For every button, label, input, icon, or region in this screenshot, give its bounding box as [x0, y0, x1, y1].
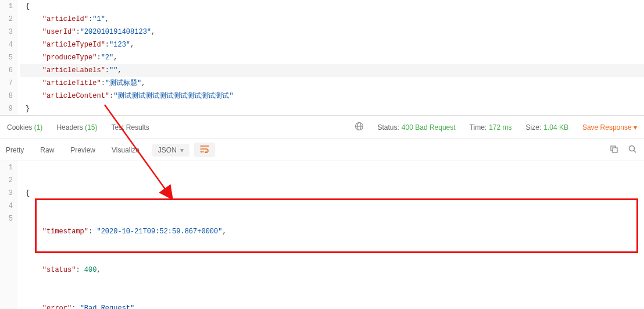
gutter-line: 2 — [0, 13, 13, 26]
code-line[interactable]: } — [20, 102, 644, 115]
tab-label: Cookies — [7, 123, 32, 132]
wrap-icon — [200, 145, 209, 153]
status-label: Status: — [378, 123, 399, 132]
status-value: 400 Bad Request — [402, 123, 456, 132]
view-visualize[interactable]: Visualize — [103, 143, 148, 158]
gutter-line: 5 — [0, 51, 13, 64]
request-code[interactable]: { "articleId":"1", "userId":"20201019140… — [17, 0, 644, 115]
tab-count: (15) — [85, 123, 97, 132]
globe-icon[interactable] — [355, 122, 364, 133]
tab-headers[interactable]: Headers (15) — [56, 123, 97, 132]
code-line[interactable]: "articleTitle":"测试标题", — [20, 77, 644, 90]
save-response-button[interactable]: Save Response ▾ — [582, 123, 637, 132]
gutter-line: 7 — [0, 77, 13, 90]
json-key: "error" — [42, 304, 71, 309]
gutter-line: 5 — [0, 212, 13, 225]
json-value: "Bad Request" — [80, 304, 135, 309]
request-body-editor[interactable]: 1 2 3 4 5 6 7 8 9 { "articleId":"1", "us… — [0, 0, 644, 116]
time-indicator: Time: 172 ms — [470, 123, 512, 132]
code-line[interactable]: "produceType":"2", — [20, 51, 644, 64]
save-response-label: Save Response — [582, 123, 632, 132]
size-indicator: Size: 1.04 KB — [526, 123, 568, 132]
json-brace: { — [26, 189, 30, 197]
code-line[interactable]: "articleContent":"测试测试测试测试测试测试测试测试" — [20, 90, 644, 102]
gutter-line: 2 — [0, 174, 13, 187]
response-body-viewer[interactable]: 1 2 3 4 5 { "timestamp": "2020-10-21T09:… — [0, 161, 644, 309]
gutter-line: 6 — [0, 64, 13, 77]
time-label: Time: — [470, 123, 487, 132]
gutter-line: 4 — [0, 38, 13, 51]
chevron-down-icon: ▾ — [634, 123, 637, 132]
chevron-down-icon: ▾ — [180, 146, 184, 154]
search-button[interactable] — [623, 142, 642, 158]
gutter-line: 4 — [0, 200, 13, 212]
svg-line-6 — [634, 151, 636, 153]
tab-count: (1) — [34, 123, 43, 132]
json-key: "status" — [42, 266, 76, 274]
status-indicator: Status: 400 Bad Request — [378, 123, 456, 132]
gutter-line: 3 — [0, 187, 13, 200]
gutter-line: 3 — [0, 26, 13, 38]
response-code[interactable]: { "timestamp": "2020-10-21T09:52:59.867+… — [17, 161, 644, 309]
code-line[interactable]: { — [20, 0, 644, 13]
request-gutter: 1 2 3 4 5 6 7 8 9 — [0, 0, 17, 115]
tab-label: Headers — [56, 123, 83, 132]
size-label: Size: — [526, 123, 542, 132]
copy-icon — [609, 144, 618, 154]
size-value: 1.04 KB — [543, 123, 568, 132]
wrap-lines-button[interactable] — [194, 143, 215, 157]
json-value: "2020-10-21T09:52:59.867+0000" — [96, 228, 222, 236]
tab-test-results[interactable]: Test Results — [111, 123, 149, 132]
time-value: 172 ms — [489, 123, 511, 132]
response-gutter: 1 2 3 4 5 — [0, 161, 17, 309]
tab-cookies[interactable]: Cookies (1) — [7, 123, 42, 132]
copy-button[interactable] — [604, 142, 623, 158]
view-raw[interactable]: Raw — [32, 143, 62, 158]
gutter-line: 1 — [0, 0, 13, 13]
format-label: JSON — [158, 146, 177, 154]
view-preview[interactable]: Preview — [62, 143, 103, 158]
json-key: "timestamp" — [42, 228, 88, 236]
code-line[interactable]: "articleTypeId":"123", — [20, 38, 644, 51]
code-line[interactable]: "articleId":"1", — [20, 13, 644, 26]
svg-rect-4 — [613, 148, 617, 152]
code-line[interactable]: "articleLabels":"", — [20, 64, 644, 77]
format-dropdown[interactable]: JSON ▾ — [152, 144, 189, 157]
search-icon — [628, 144, 637, 154]
response-view-bar: Pretty Raw Preview Visualize JSON ▾ — [0, 139, 644, 161]
view-pretty[interactable]: Pretty — [2, 143, 32, 158]
gutter-line: 8 — [0, 90, 13, 102]
svg-point-5 — [629, 146, 635, 151]
gutter-line: 1 — [0, 161, 13, 174]
json-value: 400 — [84, 266, 97, 274]
response-tabbar: Cookies (1) Headers (15) Test Results St… — [0, 116, 644, 139]
gutter-line: 9 — [0, 102, 13, 115]
code-line[interactable]: "userId":"202010191408123", — [20, 26, 644, 38]
